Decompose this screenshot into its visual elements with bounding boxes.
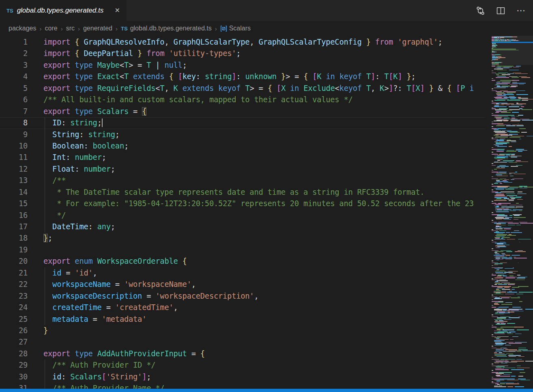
code-line-22[interactable]: 22 workspaceName = 'workspaceName', xyxy=(0,279,485,290)
code-line-20[interactable]: 20export enum WorkspaceOrderable { xyxy=(0,256,485,267)
code-line-5[interactable]: 5export type RequireFields<T, K extends … xyxy=(0,83,485,94)
code-line-6[interactable]: 6/** All built-in and custom scalars, ma… xyxy=(0,94,485,106)
split-editor-icon[interactable] xyxy=(496,6,505,15)
code-line-2[interactable]: 2import { DeepPartial } from 'utility-ty… xyxy=(0,48,485,59)
minimap-row xyxy=(492,377,533,378)
code-line-24[interactable]: 24 createdTime = 'createdTime', xyxy=(0,302,485,313)
line-number: 1 xyxy=(0,37,28,48)
code-line-4[interactable]: 4export type Exact<T extends { [key: str… xyxy=(0,71,485,82)
indent-guide xyxy=(45,152,45,163)
code-pane[interactable]: 1import { GraphQLResolveInfo, GraphQLSca… xyxy=(0,36,485,389)
code-line-19[interactable]: 19 xyxy=(0,244,485,256)
code-line-30[interactable]: 30 id: Scalars['String']; xyxy=(0,371,485,383)
line-number: 29 xyxy=(0,360,28,371)
code-text: export type RequireFields<T, K extends k… xyxy=(43,83,485,94)
line-number: 6 xyxy=(0,94,28,106)
minimap-row xyxy=(492,75,533,76)
code-line-10[interactable]: 10 Boolean: boolean; xyxy=(0,140,485,152)
code-text: workspaceDescription = 'workspaceDescrip… xyxy=(43,291,485,302)
line-number: 23 xyxy=(0,291,28,302)
minimap-row xyxy=(492,209,533,210)
indent-guide xyxy=(45,221,45,233)
minimap-row xyxy=(492,328,533,329)
minimap-row xyxy=(492,304,533,305)
code-text: import { GraphQLResolveInfo, GraphQLScal… xyxy=(43,37,485,48)
typescript-file-icon: TS xyxy=(6,8,13,14)
code-line-9[interactable]: 9 String: string; xyxy=(0,129,485,140)
more-actions-icon[interactable]: ⋯ xyxy=(516,6,526,15)
minimap-row xyxy=(492,366,533,367)
indent-guide xyxy=(45,129,45,140)
line-number: 21 xyxy=(0,267,28,279)
breadcrumb: packages›core›src›generated›TSglobal.db.… xyxy=(0,21,533,36)
indent-guide xyxy=(45,291,45,302)
minimap-row xyxy=(492,359,533,360)
code-line-3[interactable]: 3export type Maybe<T> = T | null; xyxy=(0,60,485,71)
minimap[interactable] xyxy=(492,36,533,389)
minimap-row xyxy=(492,295,533,295)
indent-guide xyxy=(45,175,45,186)
line-number: 27 xyxy=(0,336,28,348)
minimap-row xyxy=(492,115,533,116)
line-number: 28 xyxy=(0,348,28,360)
line-number: 22 xyxy=(0,279,28,290)
minimap-row xyxy=(492,319,533,320)
minimap-row xyxy=(492,91,533,92)
code-line-17[interactable]: 17 DateTime: any; xyxy=(0,221,485,233)
code-text: /** Auth Provider ID */ xyxy=(43,360,485,371)
tab-global-db-types-generated[interactable]: TS global.db.types.generated.ts ✕ xyxy=(0,0,127,21)
code-line-14[interactable]: 14 * The DateTime scalar type represents… xyxy=(0,187,485,198)
code-line-8[interactable]: 8 ID: string; xyxy=(0,117,485,129)
minimap-row xyxy=(492,194,533,194)
code-line-13[interactable]: 13 /** xyxy=(0,175,485,186)
breadcrumb-item-packages[interactable]: packages xyxy=(8,25,37,32)
minimap-row xyxy=(492,201,533,202)
breadcrumb-item-generated[interactable]: generated xyxy=(82,25,113,32)
minimap-row xyxy=(492,147,533,148)
code-line-29[interactable]: 29 /** Auth Provider ID */ xyxy=(0,360,485,371)
code-line-25[interactable]: 25 metadata = 'metadata' xyxy=(0,314,485,325)
code-line-16[interactable]: 16 */ xyxy=(0,210,485,221)
breadcrumb-item-src[interactable]: src xyxy=(65,25,75,32)
line-number: 25 xyxy=(0,314,28,325)
indent-guide xyxy=(45,267,45,279)
minimap-row xyxy=(492,184,533,185)
code-line-11[interactable]: 11 Int: number; xyxy=(0,152,485,163)
minimap-slider[interactable] xyxy=(492,36,533,65)
code-line-28[interactable]: 28export type AddAuthProviderInput = { xyxy=(0,348,485,360)
line-number: 13 xyxy=(0,175,28,186)
code-text: /** Auth Provider Name */ xyxy=(43,383,485,389)
editor-actions: ⋯ xyxy=(475,0,533,21)
minimap-row xyxy=(492,325,533,326)
breadcrumb-file-name: global.db.types.generated.ts xyxy=(130,25,212,32)
code-line-1[interactable]: 1import { GraphQLResolveInfo, GraphQLSca… xyxy=(0,37,485,48)
code-text: */ xyxy=(43,210,485,221)
close-tab-icon[interactable]: ✕ xyxy=(113,6,122,15)
code-line-31[interactable]: 31 /** Auth Provider Name */ xyxy=(0,383,485,389)
code-text: * The DateTime scalar type represents da… xyxy=(43,187,485,198)
minimap-row xyxy=(492,299,533,300)
breadcrumb-separator-icon: › xyxy=(113,25,120,32)
minimap-row xyxy=(492,233,533,234)
code-line-26[interactable]: 26} xyxy=(0,325,485,336)
minimap-row xyxy=(492,186,533,187)
open-changes-icon[interactable] xyxy=(475,6,485,15)
code-line-18[interactable]: 18}; xyxy=(0,233,485,244)
breadcrumb-item-symbol[interactable]: Scalars xyxy=(219,25,251,32)
minimap-row xyxy=(492,305,533,306)
code-text: Float: number; xyxy=(43,164,485,175)
code-line-7[interactable]: 7export type Scalars = { xyxy=(0,106,485,117)
breadcrumb-item-file[interactable]: TSglobal.db.types.generated.ts xyxy=(120,25,213,32)
code-text: workspaceName = 'workspaceName', xyxy=(43,279,485,290)
code-line-21[interactable]: 21 id = 'id', xyxy=(0,267,485,279)
code-line-23[interactable]: 23 workspaceDescription = 'workspaceDesc… xyxy=(0,291,485,302)
tab-title: global.db.types.generated.ts xyxy=(17,6,110,15)
breadcrumb-item-core[interactable]: core xyxy=(44,25,58,32)
code-line-15[interactable]: 15 * For example: "1985-04-12T23:20:50.5… xyxy=(0,198,485,209)
line-number: 16 xyxy=(0,210,28,221)
symbol-type-icon xyxy=(220,25,227,32)
code-editor[interactable]: 1import { GraphQLResolveInfo, GraphQLSca… xyxy=(0,36,533,389)
code-line-27[interactable]: 27 xyxy=(0,336,485,348)
code-line-12[interactable]: 12 Float: number; xyxy=(0,164,485,175)
minimap-row xyxy=(492,130,533,131)
